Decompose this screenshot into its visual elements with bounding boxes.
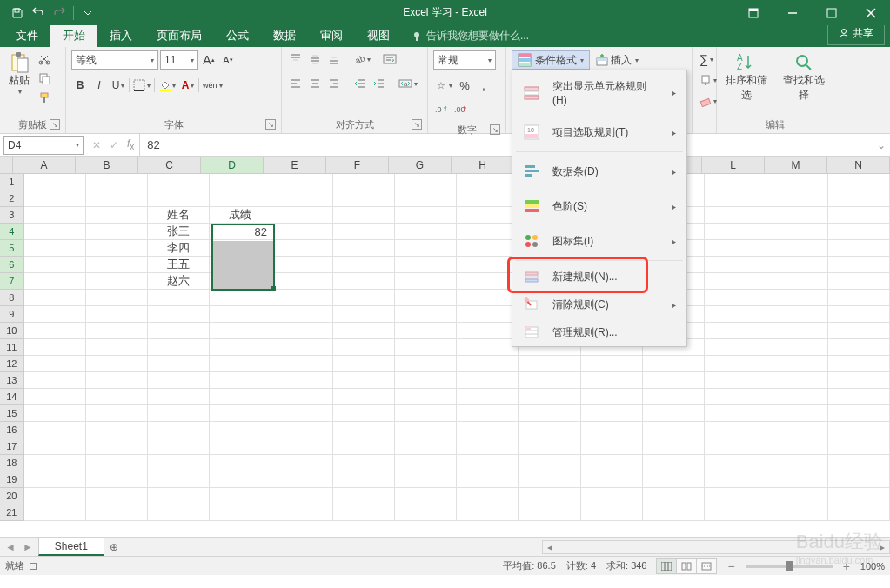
cell[interactable] [148,372,210,389]
cell[interactable] [828,240,890,257]
align-launcher-icon[interactable]: ↘ [412,119,422,130]
cell[interactable] [333,207,395,224]
cell[interactable] [395,438,457,455]
cell[interactable] [766,471,828,488]
cell[interactable] [581,356,643,372]
number-launcher-icon[interactable]: ↘ [490,124,500,135]
autosum-icon[interactable]: ∑▾ [698,50,715,68]
find-select-button[interactable]: 查找和选择 [780,50,828,104]
page-layout-view-icon[interactable] [676,558,697,574]
cell[interactable] [24,190,86,207]
cell[interactable] [828,356,890,372]
cell[interactable] [210,422,271,438]
col-header-N[interactable]: N [827,157,890,173]
cell[interactable] [333,488,395,504]
cell[interactable] [519,455,580,471]
grid[interactable]: ABCDEFGHIJKLMN 123姓名成绩4张三825李四1006王五947赵… [0,157,890,537]
cell[interactable] [86,323,148,339]
cell[interactable] [148,405,210,422]
cell[interactable] [395,306,457,323]
cell[interactable] [766,290,828,306]
tab-insert[interactable]: 插入 [97,24,144,47]
cell[interactable] [86,504,148,521]
cell[interactable] [457,290,519,306]
cell[interactable] [766,174,828,190]
tab-view[interactable]: 视图 [355,24,402,47]
cell[interactable] [705,405,766,422]
cell[interactable] [24,455,86,471]
cell[interactable] [333,438,395,455]
zoom-slider[interactable] [746,565,833,568]
tab-data[interactable]: 数据 [261,24,308,47]
cell[interactable] [766,190,828,207]
cell[interactable] [271,257,333,273]
cell[interactable] [519,356,580,372]
cell[interactable] [643,356,705,372]
undo-icon[interactable] [28,3,49,23]
cell[interactable] [766,372,828,389]
cell[interactable] [457,323,519,339]
cell[interactable] [210,306,271,323]
fx-icon[interactable]: fx [127,137,134,151]
cell[interactable] [86,455,148,471]
cell[interactable] [766,257,828,273]
cell[interactable] [148,389,210,405]
cell[interactable] [581,405,643,422]
cell[interactable] [86,174,148,190]
cell[interactable] [24,471,86,488]
cf-new-rule[interactable]: 新建规则(N)... [512,263,686,291]
cell[interactable] [457,422,519,438]
italic-button[interactable]: I [90,77,108,94]
merge-center-icon[interactable]: a▾ [397,75,419,92]
cell[interactable] [519,438,580,455]
cell[interactable] [457,389,519,405]
cell[interactable] [766,488,828,504]
cell[interactable] [828,488,890,504]
minimize-button[interactable] [773,0,812,25]
cell[interactable] [457,471,519,488]
conditional-formatting-button[interactable]: 条件格式 ▾ [512,50,590,70]
sort-filter-button[interactable]: AZ 排序和筛选 [722,50,771,104]
align-middle-icon[interactable] [306,50,324,68]
cell[interactable] [643,438,705,455]
cell[interactable] [271,290,333,306]
border-icon[interactable]: ▾ [131,77,152,94]
cell[interactable] [210,174,271,190]
cell[interactable] [705,504,766,521]
tab-review[interactable]: 审阅 [308,24,355,47]
cell[interactable] [395,455,457,471]
cell[interactable] [705,224,766,240]
save-icon[interactable] [7,3,28,23]
cell[interactable]: 王五 [148,257,210,273]
cell[interactable] [148,323,210,339]
cell[interactable] [86,405,148,422]
cell[interactable] [210,438,271,455]
cell[interactable] [519,422,580,438]
cell[interactable] [333,306,395,323]
cell[interactable] [333,224,395,240]
increase-decimal-icon[interactable]: .0 [433,101,451,118]
cell[interactable] [86,389,148,405]
col-header-D[interactable]: D [201,157,264,173]
cell[interactable] [271,190,333,207]
cell[interactable] [271,323,333,339]
cell[interactable] [828,504,890,521]
row-header[interactable]: 8 [0,290,24,306]
row-header[interactable]: 17 [0,438,24,455]
cancel-icon[interactable]: ✕ [92,139,101,151]
cell[interactable] [395,290,457,306]
cell[interactable] [828,471,890,488]
row-header[interactable]: 7 [0,273,24,290]
cell[interactable]: 赵六 [148,273,210,290]
col-header-G[interactable]: G [389,157,452,173]
row-header[interactable]: 15 [0,405,24,422]
increase-font-icon[interactable]: A▴ [200,51,217,69]
cf-data-bars[interactable]: 数据条(D) ▸ [512,154,686,189]
cell[interactable] [705,438,766,455]
cell[interactable] [705,257,766,273]
cell[interactable] [24,504,86,521]
cell[interactable] [24,372,86,389]
row-header[interactable]: 5 [0,240,24,257]
cell[interactable] [333,290,395,306]
cell[interactable] [148,190,210,207]
